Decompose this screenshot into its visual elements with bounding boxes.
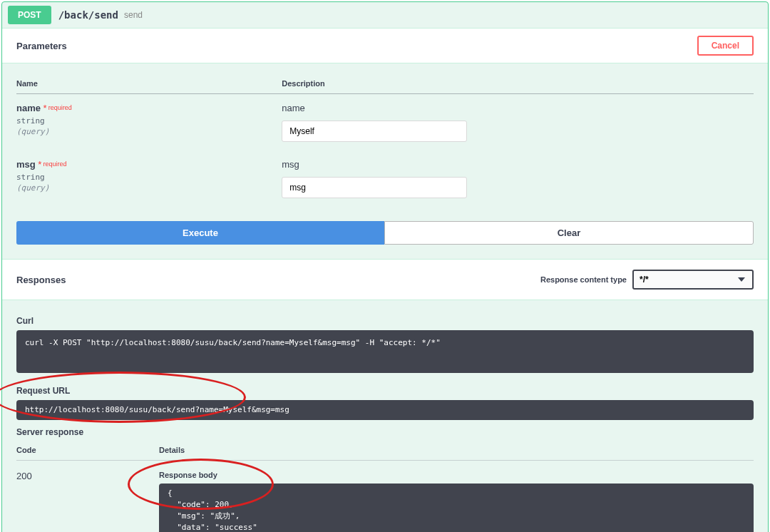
endpoint-description: send: [124, 10, 143, 20]
execute-button[interactable]: Execute: [16, 221, 384, 245]
operation-block: POST /back/send send Parameters Cancel N…: [1, 1, 769, 532]
parameters-title: Parameters: [16, 41, 67, 51]
curl-output[interactable]: curl -X POST "http://localhost:8080/susu…: [16, 330, 754, 373]
responses-title: Responses: [16, 275, 66, 285]
request-url-output[interactable]: http://localhost:8080/susu/back/send?nam…: [16, 400, 754, 420]
server-response-label: Server response: [16, 427, 754, 437]
param-type: string: [16, 173, 282, 182]
action-row: Execute Clear: [2, 221, 768, 259]
code-col-header: Code: [16, 446, 159, 461]
response-body-output[interactable]: { "code": 200, "msg": "成功", "data": "suc…: [159, 484, 754, 532]
param-description: name: [282, 103, 754, 113]
clear-button[interactable]: Clear: [384, 221, 754, 245]
required-label: required: [43, 160, 66, 168]
operation-summary[interactable]: POST /back/send send: [2, 2, 768, 28]
param-type: string: [16, 116, 282, 126]
param-location: (query): [16, 183, 282, 193]
request-url-label: Request URL: [16, 386, 754, 396]
responses-header: Responses Response content type */*: [2, 259, 768, 300]
param-input-name[interactable]: [282, 121, 467, 142]
col-header-description: Description: [282, 71, 754, 94]
parameters-header: Parameters Cancel: [2, 28, 768, 63]
http-method-badge: POST: [8, 6, 51, 24]
col-header-name: Name: [16, 71, 282, 94]
response-body-label: Response body: [159, 471, 754, 479]
param-row: msg *required string (query) msg: [16, 150, 754, 207]
param-description: msg: [282, 159, 754, 170]
content-type-select[interactable]: */*: [632, 270, 754, 290]
content-type-label: Response content type: [540, 275, 627, 284]
required-star-icon: *: [41, 103, 47, 113]
required-star-icon: *: [36, 159, 42, 170]
param-name: name: [16, 103, 41, 113]
required-label: required: [48, 104, 72, 111]
curl-label: Curl: [16, 316, 754, 326]
cancel-button[interactable]: Cancel: [697, 36, 754, 56]
parameters-table: Name Description name *required string (…: [16, 71, 754, 207]
param-name: msg: [16, 159, 36, 170]
param-location: (query): [16, 127, 282, 136]
response-code: 200: [16, 471, 159, 481]
param-input-msg[interactable]: [282, 177, 467, 198]
details-col-header: Details: [159, 446, 754, 461]
endpoint-path: /back/send: [58, 9, 118, 21]
param-row: name *required string (query) name: [16, 94, 754, 151]
